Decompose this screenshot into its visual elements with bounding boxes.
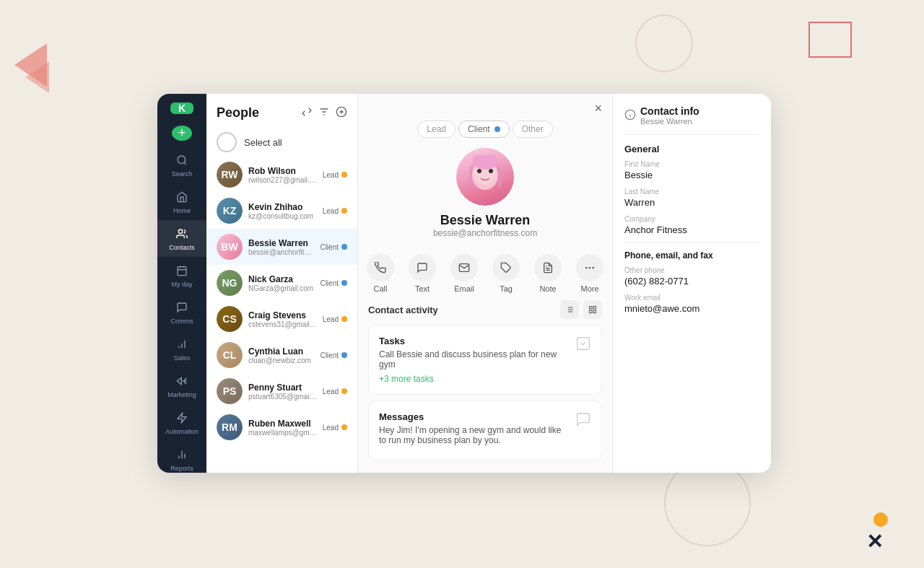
sidebar-nav: K + Search Home Contacts [157, 94, 206, 473]
sidebar-item-contacts[interactable]: Contacts [157, 220, 206, 257]
sidebar-item-home[interactable]: Home [157, 183, 206, 220]
reports-icon [174, 447, 190, 463]
contact-avatar-craig: CS [217, 306, 243, 332]
tab-lead[interactable]: Lead [417, 121, 456, 138]
contact-name-bessie: Bessie Warren [248, 238, 314, 248]
sidebar-item-marketing[interactable]: Marketing [157, 367, 206, 404]
contact-item-penny[interactable]: PS Penny Stuart pstuart6305@gmail.com Le… [206, 373, 357, 409]
contact-email-kevin: kz@consultbug.com [248, 212, 317, 220]
list-view-button[interactable] [560, 300, 579, 319]
contact-item-craig[interactable]: CS Craig Stevens cstevens31@gmail.com Le… [206, 301, 357, 337]
sidebar-item-myday[interactable]: My day [157, 257, 206, 294]
phone-field: Other phone (602) 882-0771 [624, 266, 759, 287]
tag-icon [492, 254, 520, 281]
info-icon [624, 109, 636, 123]
profile-avatar [456, 148, 514, 206]
phone-label: Other phone [624, 266, 759, 274]
email-button[interactable]: Email [450, 254, 478, 293]
activity-title: Contact activity [368, 305, 438, 315]
profile-email: bessie@anchorfitness.com [433, 228, 537, 238]
main-content: × Lead Client Other [358, 94, 612, 473]
svg-point-23 [489, 169, 493, 173]
add-person-icon[interactable] [336, 106, 347, 120]
svg-point-28 [585, 267, 588, 269]
grid-view-button[interactable] [583, 300, 602, 319]
note-label: Note [539, 284, 556, 293]
contact-item-kevin[interactable]: KZ Kevin Zhihao kz@consultbug.com Lead [206, 193, 357, 229]
svg-marker-10 [178, 413, 186, 422]
svg-rect-40 [593, 310, 596, 313]
last-name-value: Warren [624, 197, 759, 208]
contact-email-nick: NGarza@gmail.com [248, 284, 314, 292]
svg-point-29 [589, 267, 591, 269]
work-email-field: Work email mnieto@awe.com [624, 294, 759, 314]
tasks-card-link[interactable]: +3 more tasks [379, 374, 568, 384]
sidebar-item-comms[interactable]: Comms [157, 294, 206, 331]
activity-section: Contact activity Tasks Call Bessi [358, 300, 612, 473]
email-icon [450, 254, 478, 281]
select-all-checkbox[interactable] [217, 132, 237, 152]
people-header: People [206, 94, 357, 128]
tab-other[interactable]: Other [513, 121, 553, 138]
contact-item-ruben[interactable]: RM Ruben Maxwell maxwellamps@gmail.com L… [206, 409, 357, 445]
svg-point-22 [477, 169, 481, 173]
activity-view-controls [560, 300, 602, 319]
home-icon [174, 189, 190, 205]
detail-header: × [358, 94, 612, 116]
contact-badge-cynthia: Client [320, 351, 347, 359]
contact-item-nick[interactable]: NG Nick Garza NGarza@gmail.com Client [206, 265, 357, 301]
call-icon [367, 254, 394, 281]
svg-marker-9 [177, 377, 181, 384]
action-buttons: Call Text Email [358, 247, 612, 300]
add-contact-button[interactable]: + [172, 126, 192, 141]
contact-badge-kevin: Lead [323, 207, 347, 215]
sort-icon[interactable] [301, 106, 313, 121]
client-active-dot [494, 126, 500, 132]
close-button[interactable]: × [594, 101, 602, 116]
contact-name-penny: Penny Stuart [248, 383, 317, 393]
work-email-label: Work email [624, 294, 759, 302]
tag-button[interactable]: Tag [492, 254, 520, 293]
sidebar-item-sales[interactable]: Sales [157, 331, 206, 367]
messages-card-title: Messages [379, 411, 568, 422]
contact-item-rob[interactable]: RW Rob Wilson rwilson227@gmail.com Lead [206, 157, 357, 193]
tab-lead-label: Lead [427, 124, 446, 134]
more-button[interactable]: More [576, 254, 603, 293]
people-panel: People Select all RW Rob Wilson [206, 94, 358, 473]
note-button[interactable]: Note [534, 254, 562, 293]
sidebar-item-reports[interactable]: Reports [157, 441, 206, 473]
sidebar-logo: K [170, 102, 193, 114]
toggle-tabs: Lead Client Other [358, 116, 612, 142]
divider-2 [624, 243, 759, 243]
contact-name-cynthia: Cynthia Luan [248, 346, 314, 357]
call-button[interactable]: Call [367, 254, 394, 293]
tab-client[interactable]: Client [458, 121, 510, 138]
contact-name-ruben: Ruben Maxwell [248, 419, 317, 429]
contact-item-cynthia[interactable]: CL Cynthia Luan cluan@newbiz.com Client [206, 337, 357, 373]
tab-other-label: Other [522, 124, 544, 134]
last-name-label: Last Name [624, 188, 759, 196]
calendar-icon [174, 263, 190, 279]
comms-icon [174, 300, 190, 315]
messages-card-icon [575, 411, 591, 431]
contact-badge-penny: Lead [323, 388, 347, 396]
lead-dot-penny [341, 388, 347, 394]
contact-avatar-kevin: KZ [217, 198, 243, 224]
client-dot-cynthia [341, 352, 347, 358]
tasks-card-text: Call Bessie and discuss business plan fo… [379, 349, 568, 370]
info-panel-header: Contact info Bessie Warren [624, 105, 759, 126]
sidebar-item-search[interactable]: Search [157, 147, 206, 183]
text-icon [409, 254, 436, 281]
work-email-value: mnieto@awe.com [624, 303, 759, 314]
last-name-field: Last Name Warren [624, 188, 759, 208]
contact-item-bessie[interactable]: BW Bessie Warren bessie@anchorfitness.co… [206, 229, 357, 265]
svg-rect-37 [590, 307, 593, 310]
text-button[interactable]: Text [409, 254, 436, 293]
bg-rect-top [808, 22, 852, 58]
select-all-row[interactable]: Select all [206, 128, 357, 157]
lead-dot-rob [341, 172, 347, 178]
filter-icon[interactable] [318, 106, 330, 120]
sidebar-item-automation[interactable]: Automation [157, 404, 206, 441]
tasks-card-icon [575, 336, 591, 355]
search-icon [174, 152, 190, 168]
